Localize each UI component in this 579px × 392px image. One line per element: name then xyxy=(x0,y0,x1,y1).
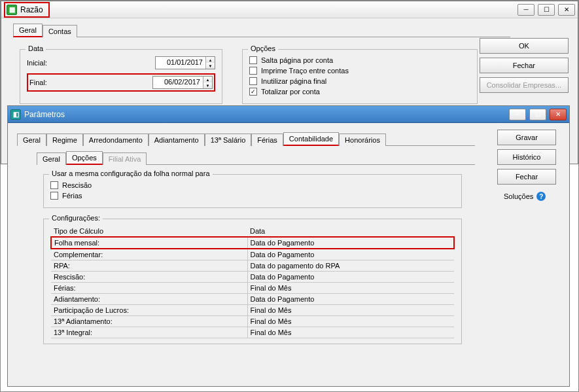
tab-contas[interactable]: Contas xyxy=(43,25,77,37)
group-data-legend: Data xyxy=(26,45,46,52)
label-inicial: Inicial: xyxy=(27,59,92,67)
window-title: Razão xyxy=(20,5,43,14)
maximize-button[interactable]: ☐ xyxy=(538,4,555,16)
minimize-button-2[interactable]: ─ xyxy=(509,109,526,120)
group-usar-legend: Usar a mesma configuração da folha norma… xyxy=(49,169,213,177)
group-opcoes: Opções Salta página por conta Imprime Tr… xyxy=(242,49,478,104)
tab-p-ferias[interactable]: Férias xyxy=(251,134,283,146)
th-tipo: Tipo de Cálculo xyxy=(51,226,247,237)
fechar-button[interactable]: Fechar xyxy=(480,58,569,73)
chk-rescisao[interactable]: Rescisão xyxy=(50,181,455,189)
tab-p-contab[interactable]: Contabilidade xyxy=(283,132,339,146)
row-adiantamento[interactable]: Adiantamento: Data do Pagamento xyxy=(51,294,454,305)
tabs-razao: Geral Contas xyxy=(13,24,572,37)
client-parametros: Geral Regime Arredondamento Adiantamento… xyxy=(8,123,569,353)
th-data: Data xyxy=(247,226,454,237)
tabs-parametros: Geral Regime Arredondamento Adiantamento… xyxy=(17,132,560,146)
row-rpa[interactable]: RPA: Data do pagamento do RPA xyxy=(51,260,454,272)
group-data: Data Inicial: 01/01/2017 ▲▼ Final: 06/02… xyxy=(20,49,222,104)
date-final[interactable]: 06/02/2017 ▲▼ xyxy=(152,76,213,89)
row-rescisao[interactable]: Rescisão: Data do Pagamento xyxy=(51,272,454,283)
tab-p-honor[interactable]: Honorários xyxy=(339,134,386,146)
chk-inutilizar[interactable]: Inutilizar página final xyxy=(249,77,470,85)
minimize-button[interactable]: ─ xyxy=(518,4,535,16)
subtab-filial: Filial Ativa xyxy=(103,152,147,165)
chk-totalizar[interactable]: Totalizar por conta xyxy=(249,88,470,96)
window-title-parametros: Parâmetros xyxy=(24,110,65,119)
app-icon-razao: ▦ xyxy=(7,5,17,15)
row-part-lucros[interactable]: Participação de Lucros: Final do Mês xyxy=(51,305,454,316)
row-complementar[interactable]: Complementar: Data do Pagamento xyxy=(51,249,454,260)
group-config-legend: Configurações: xyxy=(49,214,103,222)
tab-p-regime[interactable]: Regime xyxy=(46,134,83,146)
tab-p-adiant[interactable]: Adiantamento xyxy=(149,134,205,146)
chk-salta[interactable]: Salta página por conta xyxy=(249,56,470,64)
group-usar: Usar a mesma configuração da folha norma… xyxy=(43,174,462,208)
chk-ferias[interactable]: Férias xyxy=(50,192,455,200)
spinner-final[interactable]: ▲▼ xyxy=(203,77,212,88)
window-parametros: ◧ Parâmetros ─ ☐ ✕ Geral Regime Arredond… xyxy=(7,105,570,387)
subtab-geral[interactable]: Geral xyxy=(37,152,66,165)
solucoes-button[interactable]: Soluções ? xyxy=(497,188,556,204)
app-icon-parametros: ◧ xyxy=(10,109,21,120)
titlebar-razao: ▦ Razão ─ ☐ ✕ xyxy=(1,1,578,18)
maximize-button-2[interactable]: ☐ xyxy=(529,109,546,120)
spinner-inicial[interactable]: ▲▼ xyxy=(205,57,215,69)
config-table: Tipo de Cálculo Data Folha mensal: Data … xyxy=(50,226,455,338)
group-config: Configurações: Tipo de Cálculo Data Folh… xyxy=(43,219,462,344)
chk-traco[interactable]: Imprime Traço entre contas xyxy=(249,67,470,75)
label-final: Final: xyxy=(29,79,95,86)
ok-button[interactable]: OK xyxy=(480,38,569,54)
titlebar-parametros: ◧ Parâmetros ─ ☐ ✕ xyxy=(8,106,569,123)
historico-button[interactable]: Histórico xyxy=(497,149,556,165)
fechar-button-2[interactable]: Fechar xyxy=(497,169,556,185)
tab-p-13[interactable]: 13ª Salário xyxy=(205,134,252,146)
close-button-2[interactable]: ✕ xyxy=(550,109,567,120)
subtab-opcoes[interactable]: Opções xyxy=(66,151,103,165)
group-opcoes-legend: Opções xyxy=(248,45,278,52)
gravar-button[interactable]: Gravar xyxy=(497,130,556,145)
row-ferias[interactable]: Férias: Final do Mês xyxy=(51,283,454,294)
row-13-integral[interactable]: 13ª Integral: Final do Mês xyxy=(51,327,454,338)
date-inicial[interactable]: 01/01/2017 ▲▼ xyxy=(155,56,215,69)
help-icon: ? xyxy=(536,192,546,201)
row-13-adiant[interactable]: 13ª Adiantamento: Final do Mês xyxy=(51,316,454,327)
tab-p-arred[interactable]: Arredondamento xyxy=(83,134,149,146)
close-button[interactable]: ✕ xyxy=(558,4,575,16)
tab-p-geral[interactable]: Geral xyxy=(17,134,46,146)
subtabs-contab: Geral Opções Filial Ativa xyxy=(37,151,560,165)
row-folha-mensal[interactable]: Folha mensal: Data do Pagamento xyxy=(51,237,454,249)
tab-geral[interactable]: Geral xyxy=(13,24,43,37)
consolidar-button[interactable]: Consolidar Empresas... xyxy=(480,77,569,93)
client-razao: Geral Contas Data Inicial: 01/01/2017 ▲▼… xyxy=(1,18,578,109)
